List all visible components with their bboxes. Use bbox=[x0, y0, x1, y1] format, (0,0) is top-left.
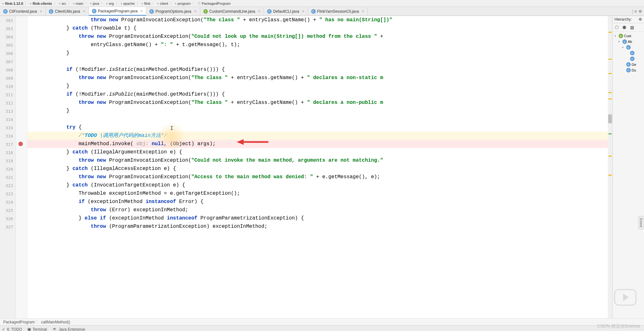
line-number: 325 bbox=[0, 206, 16, 215]
editor-tab[interactable]: CCliFrontend.java× bbox=[0, 7, 46, 16]
breadcrumb-item[interactable]: ▸apache bbox=[120, 1, 136, 6]
code-line[interactable]: } catch (InvocationTargetException e) { bbox=[27, 181, 612, 189]
editor-scrollbar[interactable] bbox=[608, 16, 612, 318]
code-line[interactable]: throw new ProgramInvocationException("Ac… bbox=[27, 173, 612, 181]
code-line[interactable]: throw new ProgramInvocationException("Th… bbox=[27, 74, 612, 82]
close-icon[interactable]: × bbox=[302, 9, 305, 14]
hierarchy-tool-1-icon[interactable]: ⬡ bbox=[614, 24, 620, 30]
tabs-dropdown-icon[interactable]: ⋮≡ bbox=[631, 9, 637, 14]
close-icon[interactable]: × bbox=[194, 9, 197, 14]
tree-item[interactable]: C bbox=[613, 50, 643, 56]
code-line[interactable]: /*TODO |调用用户代码的main方法*/ bbox=[27, 132, 612, 140]
code-line[interactable]: mainMethod.invoke( obj: null, (Object) a… bbox=[27, 140, 612, 148]
line-number: 312 bbox=[0, 99, 16, 107]
hierarchy-settings-icon[interactable]: ⚙ bbox=[639, 17, 642, 22]
tabs-overflow[interactable]: ⋮≡ ⚙ bbox=[629, 7, 644, 16]
code-line[interactable]: } bbox=[27, 107, 612, 115]
breadcrumb-item[interactable]: ▸client bbox=[156, 1, 169, 6]
breadcrumb-item[interactable]: ⒸPackagedProgram bbox=[196, 1, 232, 6]
expand-icon[interactable]: ▾ bbox=[614, 34, 618, 37]
line-number: 322 bbox=[0, 182, 16, 190]
breadcrumb-item[interactable]: ▸flink-clients bbox=[29, 1, 53, 6]
tab-label: ClientUtils.java bbox=[55, 9, 80, 14]
breadcrumb-item[interactable]: ▸flink-1.12.0 bbox=[1, 1, 24, 6]
breadcrumb-item[interactable]: ▸java bbox=[89, 1, 101, 6]
tool-window-button[interactable]: ▣Terminal bbox=[27, 327, 47, 331]
close-icon[interactable]: × bbox=[141, 9, 143, 13]
code-line[interactable]: } catch (Throwable t) { bbox=[27, 24, 612, 32]
tree-item[interactable]: ▾CCust bbox=[613, 33, 643, 39]
class-icon: C bbox=[149, 9, 154, 14]
event-log-tab[interactable]: Event bbox=[638, 216, 644, 229]
code-line[interactable]: } bbox=[27, 82, 612, 90]
editor-tab[interactable]: CClientUtils.java× bbox=[46, 7, 89, 16]
breadcrumb-item[interactable]: ▸src bbox=[58, 1, 68, 6]
code-line[interactable]: throw new ProgramInvocationException("Co… bbox=[27, 32, 612, 41]
code-line[interactable]: } else if (exceptionInMethod instanceof … bbox=[27, 214, 612, 222]
code-line[interactable]: entryClass.getName() + ": " + t.getMessa… bbox=[27, 41, 612, 49]
breakpoint-gutter[interactable] bbox=[16, 16, 27, 318]
folder-icon: ▸ bbox=[142, 2, 143, 5]
tree-item[interactable]: CGe bbox=[613, 62, 643, 67]
line-number: 326 bbox=[0, 215, 16, 223]
tabs-menu-icon[interactable]: ⚙ bbox=[639, 9, 642, 14]
tool-window-button[interactable]: ✓6: TODO bbox=[2, 327, 22, 331]
tab-label: CliFrontend.java bbox=[9, 9, 37, 14]
close-icon[interactable]: × bbox=[258, 9, 260, 14]
code-editor[interactable]: throw new ProgramInvocationException("Th… bbox=[27, 16, 612, 318]
hierarchy-tool-3-icon[interactable]: ▦ bbox=[629, 24, 635, 30]
class-icon: C bbox=[92, 9, 96, 13]
code-line[interactable]: } catch (IllegalArgumentException e) { bbox=[27, 148, 612, 156]
scroll-thumb[interactable] bbox=[608, 114, 612, 123]
code-line[interactable]: Throwable exceptionInMethod = e.getTarge… bbox=[27, 189, 612, 198]
breadcrumb-item[interactable]: ▸main bbox=[72, 1, 85, 6]
line-number: 310 bbox=[0, 83, 16, 91]
editor-tab[interactable]: CDefaultCLI.java× bbox=[264, 7, 308, 16]
folder-icon: ▸ bbox=[30, 2, 32, 5]
close-icon[interactable]: × bbox=[83, 9, 85, 14]
code-line[interactable]: } catch (IllegalAccessException e) { bbox=[27, 165, 612, 173]
tab-label: CustomCommandLine.java bbox=[209, 9, 255, 14]
tool-window-button[interactable]: ☕Java Enterprise bbox=[52, 327, 85, 331]
close-icon[interactable]: × bbox=[40, 9, 42, 14]
tree-item[interactable]: ▾CAb bbox=[613, 39, 643, 44]
expand-icon[interactable]: ▾ bbox=[622, 46, 625, 49]
close-icon[interactable]: × bbox=[362, 9, 364, 14]
folder-icon: ▸ bbox=[121, 2, 122, 5]
tree-item[interactable]: ▾C bbox=[613, 44, 643, 50]
code-line[interactable]: throw new ProgramInvocationException("Th… bbox=[27, 16, 612, 24]
tree-item[interactable]: C bbox=[613, 56, 643, 62]
structure-crumb-item[interactable]: PackagedProgram bbox=[3, 320, 35, 324]
line-number: 305 bbox=[0, 41, 16, 50]
line-number: 320 bbox=[0, 165, 16, 173]
code-line[interactable]: if (!Modifier.isPublic(mainMethod.getMod… bbox=[27, 90, 612, 98]
breadcrumb-item[interactable]: ▸flink bbox=[141, 1, 152, 6]
breadcrumb-item[interactable]: ▸program bbox=[174, 1, 192, 6]
tree-item[interactable]: CDu bbox=[613, 67, 643, 73]
code-line[interactable]: if (!Modifier.isStatic(mainMethod.getMod… bbox=[27, 65, 612, 74]
code-line[interactable]: throw new ProgramInvocationException("Th… bbox=[27, 98, 612, 107]
code-line[interactable]: throw (Error) exceptionInMethod; bbox=[27, 206, 612, 214]
code-line[interactable] bbox=[27, 115, 612, 123]
structure-breadcrumb[interactable]: PackagedProgram〉callMainMethod() bbox=[0, 318, 644, 325]
class-icon: C bbox=[622, 39, 627, 44]
code-line[interactable]: if (exceptionInMethod instanceof Error) … bbox=[27, 198, 612, 206]
editor-tab[interactable]: CProgramOptions.java× bbox=[146, 7, 200, 16]
expand-icon[interactable]: ▾ bbox=[618, 40, 621, 43]
code-line[interactable]: } bbox=[27, 49, 612, 57]
code-line[interactable]: throw new ProgramInvocationException("Co… bbox=[27, 156, 612, 165]
editor-tab[interactable]: CFlinkYarnSessionCli.java× bbox=[308, 7, 368, 16]
hierarchy-tool-2-icon[interactable]: ⬢ bbox=[621, 24, 628, 30]
editor-tab[interactable]: CPackagedProgram.java× bbox=[89, 7, 146, 16]
line-number: 303 bbox=[0, 25, 16, 33]
breadcrumb-item[interactable]: ▸org bbox=[105, 1, 115, 6]
code-line[interactable] bbox=[27, 57, 612, 65]
class-icon: C bbox=[267, 9, 272, 14]
structure-crumb-item[interactable]: callMainMethod() bbox=[41, 320, 70, 324]
folder-icon: ▸ bbox=[59, 2, 61, 5]
editor-tab[interactable]: ICustomCommandLine.java× bbox=[200, 7, 264, 16]
code-line[interactable]: try { bbox=[27, 123, 612, 132]
code-line[interactable]: throw (ProgramParametrizationException) … bbox=[27, 222, 612, 231]
tool-icon: ▣ bbox=[27, 327, 31, 331]
breakpoint-icon[interactable] bbox=[18, 142, 23, 146]
